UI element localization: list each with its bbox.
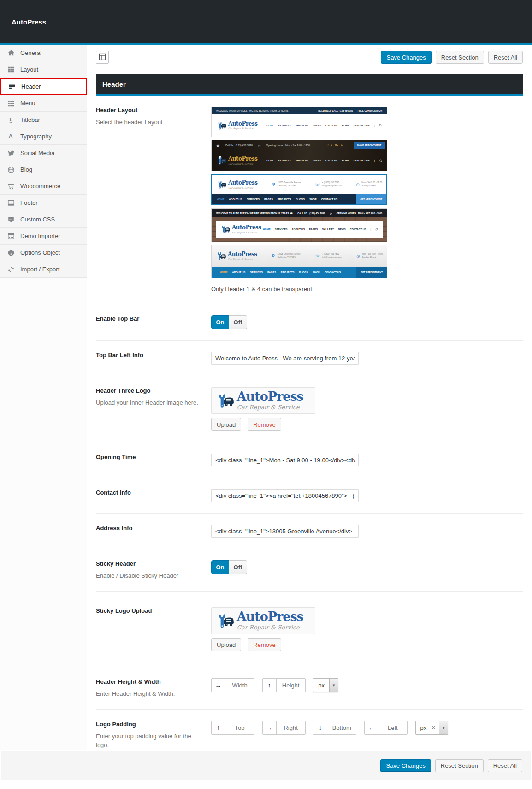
sidebar-item-label: Typography [20,133,52,140]
preview-logo: AutoPressCar Repair & Service [216,156,258,165]
sidebar-item-custom-css[interactable]: css Custom CSS [0,211,87,228]
padding-bottom-group: ↓ [313,721,356,735]
toggle-off-button[interactable]: Off [229,560,247,574]
row-header-layout: Header Layout Select the header Layout W… [96,96,523,304]
sidebar-item-titlebar[interactable]: T Titlebar [0,112,87,128]
preview-hours-text: Opening Hours : Mon - Sat 9.00 - 1900 [266,144,310,147]
remove-button[interactable]: Remove [248,418,281,431]
header-layout-note: Only Header 1 & 4 can be transparent. [211,286,523,293]
header-layout-option-2[interactable]: ☎ Call Us : (123) 456 7890 ◷ Opening Hou… [211,140,387,171]
phone-icon: ☎ [290,212,293,215]
upload-button[interactable]: Upload [211,638,241,651]
reset-section-button[interactable]: Reset Section [436,51,484,64]
sidebar-item-layout[interactable]: Layout [0,61,87,78]
header-layout-option-1[interactable]: WELCOME TO AUTO PRESS - WE ARE SERVING F… [211,107,387,137]
phone-icon: ☏ [315,254,320,258]
height-arrow-icon: ↕ [263,679,277,692]
chevron-down-icon: ▼ [439,721,448,734]
options-sidebar: General Layout Header Menu T Titlebar A … [0,45,87,750]
padding-right-input[interactable] [277,721,305,734]
upload-button[interactable]: Upload [211,418,241,431]
height-input-group: ↕ [262,678,306,692]
hours-info-cluster: ◷ Mon - Sat 9.00 - 19.00Sunday Closed [356,253,383,259]
hours-info-cluster: ◷ Mon - Sat 9.00 - 19.00Sunday Closed [356,181,382,188]
sidebar-item-label: Blog [20,166,32,173]
field-label: Opening Time [96,454,202,460]
panel-layout-icon [99,53,106,62]
padding-bottom-input[interactable] [327,721,356,734]
css-badge-icon: css [6,216,16,223]
width-input-group: ↔ [211,678,254,692]
preview-nav: HOMEABOUT USSERVICESPAGESPROJECTSBLOGSSH… [212,194,386,204]
phone-info-cluster: ☏ + (1800) 456 7890info@handyman.com [315,253,342,259]
autopress-logo-icon [215,612,234,629]
sidebar-item-social-media[interactable]: Social Media [0,145,87,161]
search-icon [379,159,382,162]
unit-select[interactable]: px ▼ [313,678,338,692]
clear-icon[interactable]: ✕ [431,721,439,734]
unit-select[interactable]: px ✕ ▼ [415,721,449,735]
chevron-down-icon: ▼ [329,679,338,692]
opening-time-input[interactable] [211,454,359,466]
save-changes-button[interactable]: Save Changes [380,759,431,772]
titlebar-icon: T [6,116,16,124]
row-address-info: Address Info [96,514,523,549]
padding-top-input[interactable] [225,721,254,734]
header-layout-option-3[interactable]: AutoPressCar Repair & Service 13005 Gree… [211,174,387,205]
make-appointment-button: MAKE APPOINTMENT [354,142,385,149]
sidebar-item-options-object[interactable]: i Options Object [0,245,87,261]
footer-action-bar: Save Changes Reset Section Reset All [1,751,531,780]
toggle-off-button[interactable]: Off [229,315,247,329]
sidebar-item-label: Custom CSS [20,216,55,223]
sidebar-item-general[interactable]: General [0,45,87,61]
grid-icon [6,66,16,73]
field-label: Logo Padding [96,721,202,728]
panel-toggle-button[interactable] [96,51,109,64]
reset-all-button[interactable]: Reset All [488,759,522,772]
reset-section-button[interactable]: Reset Section [435,759,484,772]
sidebar-item-typography[interactable]: A Typography [0,128,87,145]
address-info-cluster: 13005 Greenville AvenueCalifornia, TX 70… [272,181,301,188]
preview-consult-text: FREE CONSULTATION [358,109,382,112]
header-layout-options: WELCOME TO AUTO PRESS - WE ARE SERVING F… [211,107,387,278]
height-input[interactable] [277,679,305,692]
padding-top-group: ↑ [211,721,254,735]
field-label: Address Info [96,525,202,532]
sidebar-item-footer[interactable]: Footer [0,195,87,211]
header-layout-option-4[interactable]: WELCOME TO AUTO PRESS - WE ARE SERVING F… [211,208,387,242]
save-changes-button[interactable]: Save Changes [381,51,431,64]
globe-icon [6,166,16,173]
preview-logo: AutoPressCar Repair & Service [216,251,257,261]
field-label: Top Bar Left Info [96,352,202,359]
sidebar-item-demo-importer[interactable]: Demo Importer [0,228,87,245]
arrow-up-icon: ↑ [212,721,225,734]
padding-left-group: ← [364,721,408,735]
unit-value: px [313,679,329,692]
sidebar-item-menu[interactable]: Menu [0,95,87,112]
header-layout-option-5[interactable]: AutoPressCar Repair & Service 13005 Gree… [211,245,387,278]
sidebar-item-import-export[interactable]: Import / Export [0,261,87,278]
toggle-on-button[interactable]: On [211,560,229,574]
pin-icon [272,254,275,259]
address-info-input[interactable] [211,525,359,538]
sidebar-item-header[interactable]: Header [0,78,87,95]
remove-button[interactable]: Remove [248,638,281,651]
top-bar-left-info-input[interactable] [211,352,359,365]
sidebar-item-label: Titlebar [20,116,40,123]
preview-nav: HOMEABOUT USSERVICESPAGESPROJECTSBLOGSSH… [212,267,387,278]
clock-icon: ◷ [356,182,360,187]
preview-nav: HOMESERVICESABOUT USPAGESGALLERYNEWSCONT… [266,124,382,127]
padding-left-input[interactable] [378,721,407,734]
sidebar-item-woocommerce[interactable]: Woocommerce [0,178,87,195]
reset-all-button[interactable]: Reset All [488,51,523,64]
sidebar-item-blog[interactable]: Blog [0,161,87,178]
preview-nav: HOMESERVICESABOUT USPAGESGALLERYNEWSCONT… [266,159,382,162]
field-label: Sticky Logo Upload [96,607,202,614]
width-input[interactable] [225,679,254,692]
field-desc: Enable / Disable Sticky Header [96,572,202,580]
svg-text:T: T [9,116,12,121]
toggle-on-button[interactable]: On [211,315,229,329]
contact-info-input[interactable] [211,489,359,502]
preview-logo: AutoPressCar Repair & Service [220,225,261,234]
sidebar-item-label: Menu [20,100,35,107]
